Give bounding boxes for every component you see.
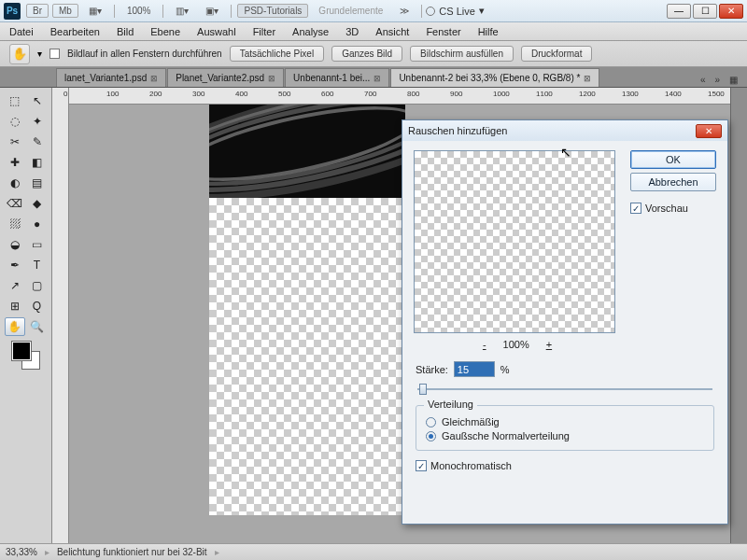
status-bar: 33,33% ▸ Belichtung funktioniert nur bei… bbox=[0, 543, 747, 560]
noise-preview[interactable] bbox=[414, 150, 615, 333]
tool-14[interactable]: ◒ bbox=[5, 235, 25, 254]
tool-9[interactable]: ▤ bbox=[27, 174, 48, 192]
tool-grid: ⬚↖◌✦✂✎✚◧◐▤⌫◆⛆●◒▭✒T↗▢⊞Q✋🔍 bbox=[5, 91, 48, 336]
gaussian-radio[interactable] bbox=[426, 431, 436, 441]
dialog-title: Rauschen hinzufügen bbox=[408, 125, 507, 136]
arrange-icon[interactable]: ▥▾ bbox=[169, 4, 195, 18]
tool-20[interactable]: ⊞ bbox=[5, 297, 25, 315]
doc-tab[interactable]: Unbenannt-1 bei...⊠ bbox=[285, 68, 389, 87]
menu-3d[interactable]: 3D bbox=[345, 26, 359, 37]
dialog-close-button[interactable]: ✕ bbox=[696, 124, 722, 138]
tool-16[interactable]: ✒ bbox=[5, 256, 25, 274]
menu-bild[interactable]: Bild bbox=[117, 26, 134, 37]
menu-analyse[interactable]: Analyse bbox=[292, 26, 329, 37]
gaussian-label: Gaußsche Normalverteilung bbox=[442, 430, 570, 441]
strength-slider[interactable] bbox=[417, 381, 712, 398]
tool-6[interactable]: ✚ bbox=[5, 153, 25, 172]
tool-10[interactable]: ⌫ bbox=[5, 194, 25, 213]
foreground-swatch[interactable] bbox=[12, 342, 31, 360]
tool-0[interactable]: ⬚ bbox=[5, 91, 25, 110]
options-bar: ✋ ▾ Bildlauf in allen Fenstern durchführ… bbox=[0, 41, 747, 67]
tool-23[interactable]: 🔍 bbox=[27, 317, 48, 336]
tool-2[interactable]: ◌ bbox=[5, 112, 25, 131]
strength-input[interactable] bbox=[454, 361, 495, 377]
tool-13[interactable]: ● bbox=[27, 215, 48, 233]
document[interactable] bbox=[209, 105, 405, 515]
title-bar: Ps Br Mb ▦▾ 100% ▥▾ ▣▾ PSD-Tutorials Gru… bbox=[0, 0, 747, 22]
tab-nav-btn[interactable]: ▦ bbox=[726, 73, 741, 87]
zoom-in-button[interactable]: + bbox=[543, 339, 556, 350]
minibridge-icon[interactable]: Mb bbox=[52, 4, 78, 18]
document-tabs: lanet_Variante1.psd⊠Planet_Variante2.psd… bbox=[0, 67, 747, 88]
hand-tool-icon[interactable]: ✋ bbox=[9, 44, 30, 64]
ok-button[interactable]: OK bbox=[630, 150, 716, 169]
distribution-group: Verteilung Gleichmäßig Gaußsche Normalve… bbox=[416, 405, 714, 451]
tool-5[interactable]: ✎ bbox=[27, 133, 48, 151]
uniform-label: Gleichmäßig bbox=[442, 416, 500, 427]
workspace-1[interactable]: PSD-Tutorials bbox=[237, 4, 308, 18]
bridge-icon[interactable]: Br bbox=[26, 4, 49, 18]
status-zoom[interactable]: 33,33% bbox=[6, 547, 37, 557]
cancel-button[interactable]: Abbrechen bbox=[630, 173, 716, 191]
doc-tab[interactable]: Unbenannt-2 bei 33,3% (Ebene 0, RGB/8) *… bbox=[390, 68, 599, 87]
doc-tab[interactable]: Planet_Variante2.psd⊠ bbox=[167, 68, 284, 87]
close-button[interactable]: ✕ bbox=[719, 4, 743, 19]
distribution-title: Verteilung bbox=[424, 399, 477, 410]
tool-21[interactable]: Q bbox=[27, 297, 48, 315]
workspace-more[interactable]: ≫ bbox=[393, 4, 416, 18]
menu-bearbeiten[interactable]: Bearbeiten bbox=[50, 26, 100, 37]
print-size-button[interactable]: Druckformat bbox=[521, 46, 592, 62]
tool-17[interactable]: T bbox=[27, 256, 48, 274]
photoshop-icon: Ps bbox=[4, 3, 21, 20]
monochromatic-label: Monochromatisch bbox=[430, 460, 512, 471]
tab-close-icon[interactable]: ⊠ bbox=[584, 74, 591, 83]
menu-datei[interactable]: Datei bbox=[9, 26, 34, 37]
workspace-2[interactable]: Grundelemente bbox=[312, 4, 389, 18]
menu-auswahl[interactable]: Auswahl bbox=[197, 26, 236, 37]
tab-close-icon[interactable]: ⊠ bbox=[268, 74, 275, 83]
zoom-out-button[interactable]: - bbox=[479, 339, 490, 350]
cs-live[interactable]: CS Live▾ bbox=[426, 5, 485, 17]
transparent-area bbox=[209, 198, 405, 515]
doc-tab[interactable]: lanet_Variante1.psd⊠ bbox=[56, 68, 166, 87]
tab-close-icon[interactable]: ⊠ bbox=[150, 74, 158, 83]
monochromatic-checkbox[interactable]: ✓ bbox=[416, 460, 427, 471]
tab-nav-btn[interactable]: « bbox=[697, 73, 710, 87]
tool-7[interactable]: ◧ bbox=[27, 153, 48, 172]
scroll-all-checkbox[interactable] bbox=[49, 49, 60, 59]
actual-pixels-button[interactable]: Tatsächliche Pixel bbox=[230, 46, 324, 62]
fill-screen-button[interactable]: Bildschirm ausfüllen bbox=[410, 46, 514, 62]
menu-fenster[interactable]: Fenster bbox=[426, 26, 460, 37]
tool-12[interactable]: ⛆ bbox=[5, 215, 25, 233]
panel-dock[interactable] bbox=[730, 88, 747, 543]
color-swatches[interactable] bbox=[12, 342, 40, 370]
minimize-button[interactable]: — bbox=[667, 4, 691, 19]
menu-hilfe[interactable]: Hilfe bbox=[478, 26, 499, 37]
tool-22[interactable]: ✋ bbox=[5, 317, 25, 336]
screen-mode-icon[interactable]: ▣▾ bbox=[199, 4, 225, 18]
menu-ebene[interactable]: Ebene bbox=[150, 26, 180, 37]
horizontal-ruler: 0100200300400500600700800900100011001200… bbox=[69, 88, 730, 105]
tool-18[interactable]: ↗ bbox=[5, 276, 25, 295]
tab-nav-btn[interactable]: » bbox=[711, 73, 724, 87]
view-mode-icon[interactable]: ▦▾ bbox=[82, 4, 108, 18]
tool-1[interactable]: ↖ bbox=[27, 91, 48, 110]
preview-checkbox[interactable]: ✓ bbox=[630, 203, 641, 214]
tool-3[interactable]: ✦ bbox=[27, 112, 48, 131]
tool-8[interactable]: ◐ bbox=[5, 174, 25, 192]
dialog-titlebar[interactable]: Rauschen hinzufügen ✕ bbox=[402, 120, 727, 141]
maximize-button[interactable]: ☐ bbox=[693, 4, 717, 19]
toolbox: ⬚↖◌✦✂✎✚◧◐▤⌫◆⛆●◒▭✒T↗▢⊞Q✋🔍 bbox=[0, 88, 52, 543]
fit-screen-button[interactable]: Ganzes Bild bbox=[331, 46, 402, 62]
tab-close-icon[interactable]: ⊠ bbox=[374, 74, 381, 83]
scroll-all-label: Bildlauf in allen Fenstern durchführen bbox=[67, 49, 222, 59]
tool-15[interactable]: ▭ bbox=[27, 235, 48, 254]
menu-bar: DateiBearbeitenBildEbeneAuswahlFilterAna… bbox=[0, 22, 747, 41]
menu-ansicht[interactable]: Ansicht bbox=[375, 26, 409, 37]
zoom-level[interactable]: 100% bbox=[120, 4, 158, 18]
tool-11[interactable]: ◆ bbox=[27, 194, 48, 213]
uniform-radio[interactable] bbox=[426, 417, 436, 427]
tool-19[interactable]: ▢ bbox=[27, 276, 48, 295]
tool-4[interactable]: ✂ bbox=[5, 133, 25, 151]
menu-filter[interactable]: Filter bbox=[253, 26, 275, 37]
